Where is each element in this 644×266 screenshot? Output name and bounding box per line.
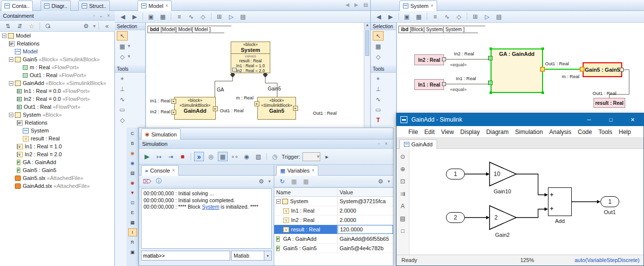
inport-block-2[interactable]: 2 bbox=[446, 212, 465, 223]
part-in1[interactable]: In1 : Real bbox=[414, 79, 444, 90]
options-icon[interactable]: ∘∘ bbox=[230, 152, 240, 161]
sample-time-icon[interactable]: ▤ bbox=[398, 214, 407, 223]
toolbar-grid-icon[interactable]: ▦ bbox=[158, 12, 168, 21]
port-in1[interactable] bbox=[171, 99, 176, 104]
part-ga-gainadd[interactable]: GA : GainAdd bbox=[491, 48, 543, 93]
column-value[interactable]: Value bbox=[338, 189, 393, 195]
expander-icon[interactable] bbox=[9, 57, 13, 62]
float-icon[interactable]: ▫ bbox=[378, 141, 380, 146]
play-icon[interactable]: ▶ bbox=[142, 152, 152, 161]
clear-console-icon[interactable]: ⌦ bbox=[142, 177, 152, 186]
fit-view-icon[interactable]: ⊡ bbox=[398, 177, 407, 186]
column-name[interactable]: Name bbox=[274, 188, 338, 196]
sticky-tool-icon[interactable]: ▦ bbox=[117, 42, 128, 51]
inport-block-1[interactable]: 1 bbox=[446, 169, 465, 179]
toolbar-run-icon[interactable]: ▷ bbox=[226, 12, 236, 21]
toolbar-layout-icon[interactable]: ≡ bbox=[430, 12, 440, 21]
tab-containment[interactable]: Conta.. bbox=[1, 0, 33, 11]
table-row-in1[interactable]: In1 : Real 2.0000 bbox=[274, 206, 393, 216]
close-panel-icon[interactable]: × bbox=[385, 141, 388, 146]
prev-diagram-icon[interactable]: ◀ bbox=[346, 2, 349, 7]
system-block[interactable]: «block» System values result : Real In1 … bbox=[231, 42, 270, 73]
toolbar-back-icon[interactable]: ◀ bbox=[118, 12, 128, 21]
tool-icon[interactable]: ∿ bbox=[373, 94, 384, 104]
dock-results-icon[interactable]: R bbox=[128, 238, 137, 246]
favorites-star-icon[interactable]: ☆ bbox=[27, 21, 37, 31]
annotation-icon[interactable]: A bbox=[398, 202, 407, 211]
tree-item-gain5-block[interactable]: Gain5«Block» «SimulinkBlock» bbox=[0, 55, 114, 63]
gear-icon[interactable]: ⚙ bbox=[256, 177, 266, 186]
tree-item-relations[interactable]: Relations bbox=[0, 40, 114, 47]
tree-item-model-diagram[interactable]: Model bbox=[0, 47, 114, 55]
toolbar-path-icon[interactable]: ∿ bbox=[442, 12, 452, 21]
tool-icon[interactable]: ◇ bbox=[117, 115, 128, 125]
variables-table-header[interactable]: Name Value bbox=[274, 188, 393, 197]
float-icon[interactable]: ▫ bbox=[93, 13, 95, 18]
maximize-window-icon[interactable]: □ bbox=[600, 113, 622, 126]
selection-handle[interactable] bbox=[542, 47, 544, 50]
value-edit-cell[interactable]: 120.0000 bbox=[338, 225, 393, 234]
gear-dropdown-icon[interactable]: ▾ bbox=[388, 179, 390, 184]
dock-icon[interactable]: ▤ bbox=[128, 169, 137, 177]
menu-help[interactable]: Help bbox=[619, 129, 631, 135]
step-into-icon[interactable]: ⇥ bbox=[166, 152, 176, 161]
selection-handle[interactable] bbox=[490, 47, 492, 50]
simulink-title-bar[interactable]: GainAdd - Simulink ─ □ × bbox=[396, 113, 644, 126]
matlab-command-input[interactable] bbox=[141, 251, 230, 261]
selection-section-header[interactable]: Selection bbox=[371, 23, 396, 30]
expander-icon[interactable] bbox=[17, 105, 18, 109]
tab-simulation[interactable]: ◉ Simulation bbox=[141, 129, 181, 139]
close-tab-icon[interactable]: × bbox=[311, 168, 314, 173]
tools-section-header[interactable]: Tools bbox=[115, 65, 145, 73]
trigger-clock-icon[interactable]: ◷ bbox=[270, 152, 280, 161]
dock-icon[interactable]: ▦ bbox=[128, 219, 137, 226]
vertical-scrollbar[interactable]: ▲ bbox=[364, 23, 370, 128]
tab-model-diagram[interactable]: Model × bbox=[138, 0, 172, 11]
menu-display[interactable]: Display bbox=[460, 129, 480, 135]
selection-section-header[interactable]: Selection bbox=[115, 23, 145, 30]
port-m[interactable] bbox=[254, 101, 259, 106]
variables-table[interactable]: Name Value System System@37215fca In1 : … bbox=[274, 187, 393, 266]
search-icon[interactable] bbox=[43, 21, 53, 31]
tools-section-header[interactable]: Tools bbox=[371, 65, 396, 73]
tree-item-gainadd-block[interactable]: GainAdd«Block» «SimulinkBlock» bbox=[0, 79, 114, 87]
close-window-icon[interactable]: × bbox=[622, 113, 644, 126]
port-icon-selected[interactable] bbox=[580, 67, 585, 72]
tree-item-model-root[interactable]: Model bbox=[0, 32, 114, 40]
tool-icon[interactable]: ▭ bbox=[373, 105, 384, 114]
tree-item-out1-port[interactable]: Out1 : Real«FlowPort» bbox=[0, 71, 114, 79]
sticky-tool-icon[interactable]: ▦ bbox=[373, 42, 384, 51]
menu-view[interactable]: View bbox=[441, 129, 454, 135]
port-icon-selected[interactable] bbox=[540, 67, 545, 72]
tree-item-gain5-part[interactable]: Gain5 : Gain5 bbox=[0, 166, 114, 174]
selection-handle[interactable] bbox=[542, 91, 544, 94]
dock-icon[interactable]: ◉ bbox=[128, 179, 137, 187]
minimize-window-icon[interactable]: ─ bbox=[578, 113, 600, 126]
tree-item-system-block[interactable]: System«Block» bbox=[0, 111, 114, 119]
expander-icon[interactable] bbox=[17, 144, 18, 149]
refresh-icon[interactable]: ↻ bbox=[277, 177, 287, 186]
table-row-ga[interactable]: GA : GainAdd GainAdd@66f55b65 bbox=[274, 234, 393, 244]
signal-routing-icon[interactable]: ⇉ bbox=[398, 189, 407, 198]
expander-icon[interactable] bbox=[17, 121, 18, 125]
tab-structure[interactable]: Struct.. bbox=[78, 0, 110, 11]
minimize-panel-icon[interactable]: ⌄ bbox=[99, 13, 103, 18]
tool-icon[interactable]: ⊥ bbox=[373, 84, 384, 93]
toolbar-layout-icon[interactable]: ≡ bbox=[174, 12, 184, 21]
tool-icon[interactable]: ⌖ bbox=[373, 74, 384, 83]
expander-icon[interactable] bbox=[2, 34, 6, 38]
tab-gainadd[interactable]: GainAdd bbox=[399, 139, 437, 149]
toolbar-grid-icon[interactable]: ▦ bbox=[414, 12, 424, 21]
close-tab-icon[interactable]: × bbox=[431, 3, 434, 8]
toolbar-table-icon[interactable]: ▤ bbox=[494, 12, 504, 21]
menu-diagram[interactable]: Diagram bbox=[486, 129, 508, 135]
expander-icon[interactable] bbox=[9, 81, 13, 86]
menu-edit[interactable]: Edit bbox=[424, 129, 435, 135]
dock-icon[interactable]: ◉ bbox=[128, 159, 137, 167]
table-row-gain5[interactable]: Gain5 : Gain5 Gain5@4e4c782b bbox=[274, 244, 393, 253]
tab-diagrams[interactable]: Diagr.. bbox=[41, 0, 71, 11]
selection-handle[interactable] bbox=[490, 91, 492, 94]
tree-item-gainadd-slx[interactable]: GainAdd.slx«AttachedFile» bbox=[0, 182, 114, 190]
resume-icon[interactable]: » bbox=[194, 152, 204, 161]
console-language-select[interactable]: Matlab ▾ bbox=[231, 251, 272, 261]
